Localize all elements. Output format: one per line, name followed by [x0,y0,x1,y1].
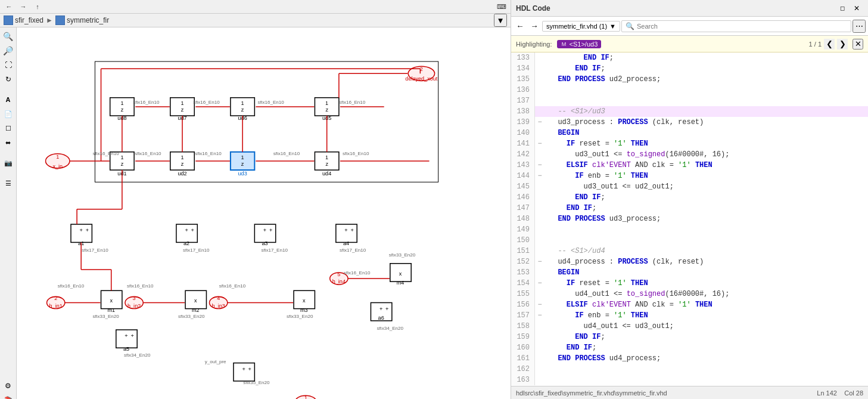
hdl-toolbar: ← → symmetric_fir.vhd (1) ▼ 🔍 ⋯ [511,17,868,36]
code-content-145: ud3_out1 <= ud2_out1; [545,181,868,192]
pan-button[interactable]: ↻ [2,73,15,86]
fold-gutter-152[interactable]: − [535,256,545,267]
zoom-in-button[interactable]: 🔍 [2,30,15,43]
keyboard-button[interactable]: ⌨ [495,0,508,13]
fold-gutter-139[interactable]: − [535,117,545,128]
line-number-161: 161 [511,353,535,364]
code-content-156: ELSIF clk'EVENT AND clk = '1' THEN [545,299,868,310]
highlighting-close-button[interactable]: ✕ [853,39,863,50]
svg-text:2: 2 [54,295,57,301]
code-line-152: 152− ud4_process : PROCESS (clk, reset) [511,256,868,267]
highlight-next-button[interactable]: ❯ [837,39,848,50]
svg-text:a2: a2 [183,240,189,246]
line-number-139: 139 [511,117,535,128]
code-line-138: 138 -- <S1>/ud3 [511,106,868,117]
highlighting-label: Highlighting: [516,41,552,48]
svg-text:sfix16_En10: sfix16_En10 [219,283,246,289]
fold-gutter-141[interactable]: − [535,138,545,149]
svg-text:sfix33_En20: sfix33_En20 [287,314,313,319]
navigate-forward-button[interactable]: → [528,20,541,33]
svg-text:+: + [86,227,89,233]
forward-button[interactable]: → [17,0,30,13]
fold-gutter-157[interactable]: − [535,310,545,321]
settings-button[interactable]: ⚙ [2,379,15,392]
zoom-out-button[interactable]: 🔎 [2,44,15,57]
fold-gutter-142 [535,149,545,160]
fold-gutter-147 [535,203,545,214]
hdl-restore-button[interactable]: ◻ [836,2,849,15]
svg-text:m4: m4 [397,280,405,286]
svg-text:1: 1 [325,154,328,160]
code-line-143: 143− ELSIF clk'EVENT AND clk = '1' THEN [511,160,868,171]
menu-button[interactable]: ⋯ [853,20,866,33]
fold-gutter-144[interactable]: − [535,171,545,181]
breadcrumb-bar: sfir_fixed ► symmetric_fir ▼ [0,14,511,27]
select-button[interactable]: ⬌ [2,136,15,149]
svg-text:sfix16_En10: sfix16_En10 [135,151,161,156]
top-toolbar: ← → ↑ ⌨ [0,0,511,14]
comment-button[interactable]: 📷 [2,156,15,169]
svg-text:ud3: ud3 [238,171,247,177]
code-content-135: END PROCESS ud2_process; [545,74,868,85]
code-line-147: 147 END IF; [511,203,868,214]
diagram-canvas[interactable]: 1 z ud8 1 z ud7 1 z ud6 1 z ud5 [17,27,511,399]
fold-gutter-146 [535,192,545,203]
annotation-button[interactable]: 📄 [2,107,15,120]
code-area[interactable]: 133 END IF;134 END IF;135 END PROCESS ud… [511,52,868,386]
file-selector[interactable]: symmetric_fir.vhd (1) ▼ [542,21,620,32]
highlight-prev-button[interactable]: ❮ [824,39,835,50]
code-line-155: 155 ud4_out1 <= to_signed(16#0000#, 16); [511,289,868,299]
fold-gutter-155 [535,289,545,299]
code-content-152: ud4_process : PROCESS (clk, reset) [545,256,868,267]
svg-text:1: 1 [241,100,244,106]
code-line-160: 160 END IF; [511,342,868,353]
code-content-148: END PROCESS ud3_process; [545,214,868,224]
code-content-140: BEGIN [545,128,868,138]
svg-text:h_in3: h_in3 [212,303,225,309]
navigate-back-button[interactable]: ← [514,20,527,33]
code-content-159: END IF; [545,332,868,342]
fold-gutter-154[interactable]: − [535,278,545,289]
code-content-134: END IF; [545,63,868,74]
highlight-m-icon: M [561,41,568,48]
fold-gutter-151 [535,246,545,256]
area-button[interactable]: ☐ [2,122,15,135]
col-number: Col 28 [844,389,863,397]
svg-text:sfix17_En10: sfix17_En10 [261,248,288,253]
fold-gutter-156[interactable]: − [535,299,545,310]
svg-text:y_out_pre: y_out_pre [205,359,226,364]
up-button[interactable]: ↑ [31,0,44,13]
fold-gutter-153 [535,267,545,278]
svg-text:sfix35_En20: sfix35_En20 [243,380,270,385]
breadcrumb-sfir-fixed[interactable]: sfir_fixed [4,16,43,25]
code-content-162 [545,364,868,375]
fold-gutter-163 [535,375,545,385]
text-button[interactable]: A [2,93,15,106]
highlight-count-text: 1 / 1 [809,41,822,48]
back-button[interactable]: ← [2,0,15,13]
search-input[interactable] [637,23,847,30]
fold-gutter-143[interactable]: − [535,160,545,171]
highlighting-bar: Highlighting: M <S1>/ud3 1 / 1 ❮ ❯ ✕ [511,36,868,52]
right-panel: HDL Code ◻ ✕ ← → symmetric_fir.vhd (1) ▼… [511,0,868,399]
line-number-156: 156 [511,299,535,310]
search-box[interactable]: 🔍 [621,20,851,32]
code-line-140: 140 BEGIN [511,128,868,138]
library-button[interactable]: 📚 [2,394,15,399]
code-content-138: -- <S1>/ud3 [545,106,868,117]
svg-text:sfix16_En10: sfix16_En10 [339,100,366,105]
svg-text:sfix33_En20: sfix33_En20 [389,252,416,258]
code-content-161: END PROCESS ud4_process; [545,353,868,364]
more-tools-button[interactable]: ☰ [2,177,15,190]
breadcrumb-symmetric-fir[interactable]: symmetric_fir [55,16,109,25]
svg-text:x: x [194,298,197,304]
fold-gutter-133 [535,52,545,63]
dropdown-arrow-button[interactable]: ▼ [494,14,507,27]
hdl-close-button[interactable]: ✕ [850,2,863,15]
code-line-158: 158 ud4_out1 <= ud3_out1; [511,321,868,332]
fit-view-button[interactable]: ⛶ [2,58,15,72]
svg-text:+: + [344,227,347,233]
code-line-162: 162 [511,364,868,375]
svg-text:delayed_xout: delayed_xout [405,76,437,82]
fold-gutter-158 [535,321,545,332]
